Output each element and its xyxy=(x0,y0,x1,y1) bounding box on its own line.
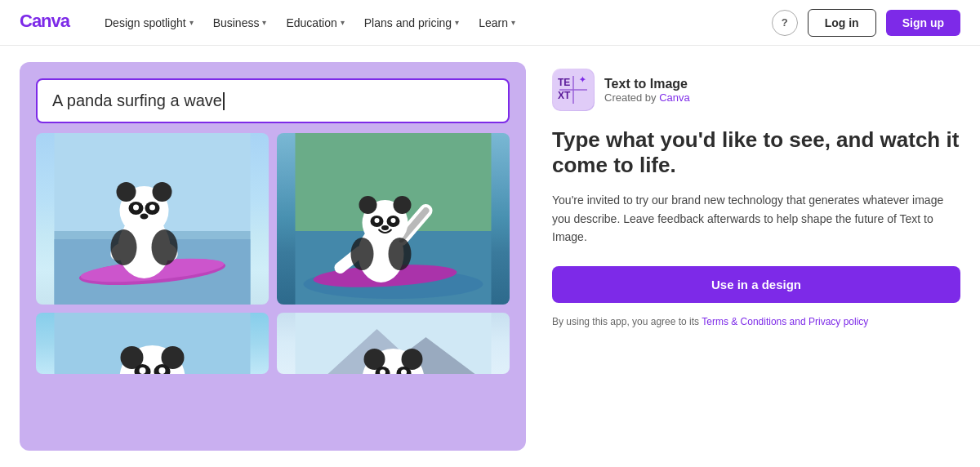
terms-text: By using this app, you agree to its Term… xyxy=(552,314,960,329)
signup-button[interactable]: Sign up xyxy=(886,10,960,36)
prompt-display: A panda surfing a wave xyxy=(36,78,510,123)
use-in-design-button[interactable]: Use in a design xyxy=(552,266,960,303)
generated-image-2 xyxy=(277,133,510,305)
nav-education[interactable]: Education ▾ xyxy=(278,10,352,36)
chevron-down-icon: ▾ xyxy=(455,18,459,27)
app-header: TE XT ✦ Text to Image Created by Canva xyxy=(552,69,960,111)
nav-design-spotlight[interactable]: Design spotlight ▾ xyxy=(96,10,202,36)
app-icon: TE XT ✦ xyxy=(552,69,595,111)
nav-plans-pricing[interactable]: Plans and pricing ▾ xyxy=(356,10,467,36)
app-name-creator: Text to Image Created by Canva xyxy=(604,77,690,104)
svg-text:TE: TE xyxy=(558,77,570,88)
svg-point-15 xyxy=(140,214,149,220)
generated-image-1 xyxy=(36,133,269,305)
svg-point-36 xyxy=(351,238,374,270)
generated-image-3 xyxy=(36,313,269,374)
svg-point-30 xyxy=(394,196,412,214)
header-actions: ? Log in Sign up xyxy=(772,9,960,37)
nav-learn[interactable]: Learn ▾ xyxy=(470,10,523,36)
login-button[interactable]: Log in xyxy=(808,9,876,37)
svg-point-29 xyxy=(359,196,377,214)
svg-point-45 xyxy=(159,367,166,374)
svg-point-33 xyxy=(375,218,380,223)
svg-text:XT: XT xyxy=(558,90,571,101)
creator-link[interactable]: Canva xyxy=(659,91,690,104)
text-cursor xyxy=(223,92,225,110)
canva-logo[interactable]: Canva xyxy=(20,9,77,37)
main-content: A panda surfing a wave xyxy=(0,46,980,467)
svg-point-35 xyxy=(381,225,389,230)
svg-point-9 xyxy=(117,182,136,202)
svg-text:Canva: Canva xyxy=(20,11,71,31)
svg-point-44 xyxy=(140,367,146,374)
svg-point-13 xyxy=(133,205,139,211)
app-creator: Created by Canva xyxy=(604,91,690,104)
chevron-down-icon: ▾ xyxy=(511,18,515,27)
svg-point-14 xyxy=(149,205,155,211)
info-panel: TE XT ✦ Text to Image Created by Canva T… xyxy=(552,62,960,451)
tagline: Type what you'd like to see, and watch i… xyxy=(552,127,960,178)
svg-point-34 xyxy=(391,218,396,223)
svg-point-37 xyxy=(389,238,412,270)
help-button[interactable]: ? xyxy=(772,10,798,36)
terms-link[interactable]: Terms & Conditions and Privacy policy xyxy=(702,316,868,327)
main-nav: Design spotlight ▾ Business ▾ Education … xyxy=(96,10,765,36)
generated-images-grid xyxy=(36,133,510,374)
chevron-down-icon: ▾ xyxy=(189,18,194,27)
svg-point-18 xyxy=(111,229,137,265)
header: Canva Design spotlight ▾ Business ▾ Educ… xyxy=(0,0,980,46)
chevron-down-icon: ▾ xyxy=(262,18,266,27)
description: You're invited to try our brand new tech… xyxy=(552,191,960,246)
generated-image-4 xyxy=(277,313,510,374)
svg-point-19 xyxy=(152,229,178,265)
chevron-down-icon: ▾ xyxy=(341,18,345,27)
canvas-preview: A panda surfing a wave xyxy=(20,62,526,451)
app-title: Text to Image xyxy=(604,77,690,91)
svg-text:✦: ✦ xyxy=(579,75,586,84)
svg-point-10 xyxy=(153,182,172,202)
nav-business[interactable]: Business ▾ xyxy=(205,10,275,36)
